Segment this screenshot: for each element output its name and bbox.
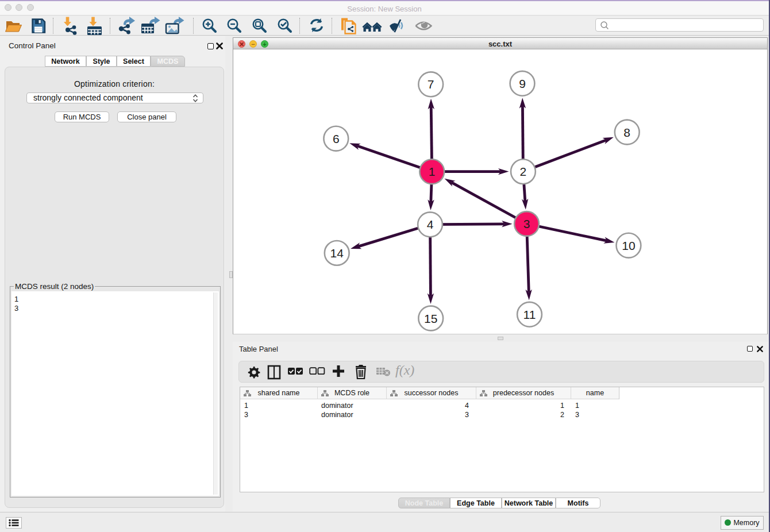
svg-text:14: 14 xyxy=(330,246,344,260)
svg-text:10: 10 xyxy=(622,239,635,252)
svg-text:9: 9 xyxy=(519,77,526,90)
svg-text:2: 2 xyxy=(520,165,527,178)
svg-text:1: 1 xyxy=(429,165,436,178)
svg-text:7: 7 xyxy=(428,78,434,91)
svg-text:6: 6 xyxy=(333,132,340,145)
svg-text:11: 11 xyxy=(523,308,536,321)
svg-text:8: 8 xyxy=(623,126,630,139)
svg-text:4: 4 xyxy=(427,218,434,231)
svg-text:3: 3 xyxy=(523,217,530,230)
svg-text:15: 15 xyxy=(424,312,437,325)
